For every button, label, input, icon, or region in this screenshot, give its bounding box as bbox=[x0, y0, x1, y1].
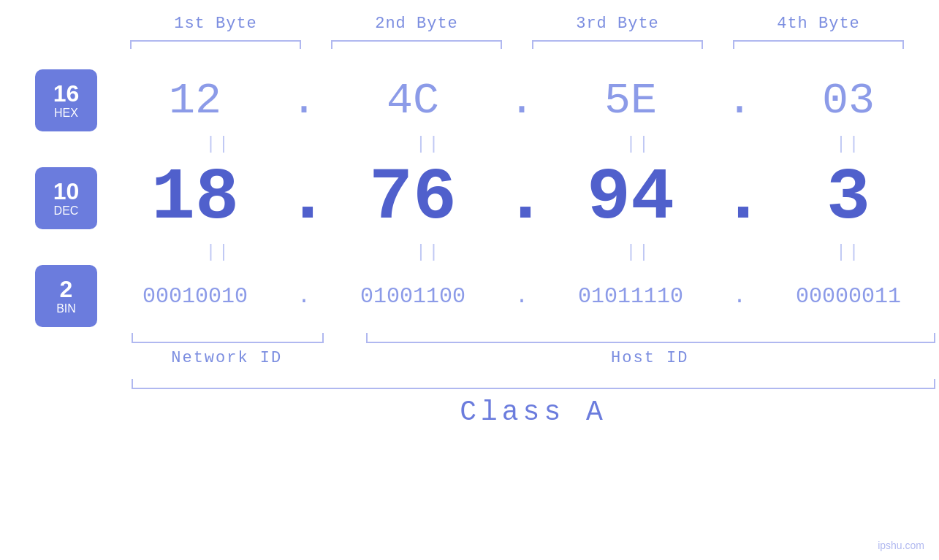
hex-dot-2: . bbox=[503, 76, 540, 126]
dec-byte1: 18 bbox=[104, 162, 286, 235]
bracket-top-3 bbox=[532, 40, 703, 49]
eq1-b4: || bbox=[762, 134, 936, 154]
class-a-label: Class A bbox=[132, 396, 935, 428]
hex-val-1: 12 bbox=[169, 76, 221, 126]
byte2-header: 2nd Byte bbox=[316, 15, 517, 33]
hex-byte1: 12 bbox=[104, 79, 286, 123]
eq1-b1: || bbox=[132, 134, 305, 154]
dec-byte4: 3 bbox=[758, 162, 939, 235]
dec-row: 10 DEC 18 . 76 . 94 . 3 bbox=[0, 157, 939, 239]
hex-dot-1: . bbox=[286, 76, 322, 126]
dec-val-3: 94 bbox=[587, 157, 674, 239]
bin-dot-3: . bbox=[721, 284, 758, 309]
bracket-gap bbox=[324, 333, 366, 343]
eq2-b3: || bbox=[552, 242, 726, 262]
eq1-d3 bbox=[726, 134, 762, 154]
eq2-b4: || bbox=[762, 242, 936, 262]
top-brackets bbox=[115, 40, 919, 55]
bin-val-3: 01011110 bbox=[578, 284, 683, 309]
dec-val-1: 18 bbox=[151, 157, 239, 239]
bin-byte2: 01001100 bbox=[322, 285, 503, 307]
dec-dot-2: . bbox=[503, 157, 540, 239]
bin-val-2: 01001100 bbox=[360, 284, 465, 309]
hex-byte3: 5E bbox=[540, 79, 721, 123]
bracket-1 bbox=[115, 40, 316, 55]
byte3-header: 3rd Byte bbox=[517, 15, 718, 33]
dec-byte2: 76 bbox=[322, 162, 503, 235]
bin-badge-number: 2 bbox=[60, 277, 73, 301]
eq2-b1: || bbox=[132, 242, 305, 262]
eq2-b2: || bbox=[342, 242, 516, 262]
bin-row: 2 BIN 00010010 . 01001100 . 01011110 . bbox=[0, 265, 939, 327]
network-id-label: Network ID bbox=[132, 349, 322, 367]
bin-byte1: 00010010 bbox=[104, 285, 286, 307]
network-id-bracket bbox=[132, 333, 324, 343]
bracket-top-2 bbox=[331, 40, 502, 49]
host-id-label: Host ID bbox=[365, 349, 936, 367]
bin-badge-label: BIN bbox=[56, 302, 76, 315]
class-a-section: Class A bbox=[132, 379, 935, 428]
hex-dot-3: . bbox=[721, 76, 758, 126]
main-container: 1st Byte 2nd Byte 3rd Byte 4th Byte 16 H… bbox=[0, 0, 939, 560]
bracket-3 bbox=[517, 40, 718, 55]
bin-val-4: 00000011 bbox=[796, 284, 901, 309]
eq2-d1 bbox=[305, 242, 342, 262]
hex-values: 12 . 4C . 5E . 03 bbox=[104, 76, 939, 126]
hex-val-4: 03 bbox=[822, 76, 875, 126]
bracket-4 bbox=[718, 40, 919, 55]
bracket-top-1 bbox=[130, 40, 301, 49]
byte4-header: 4th Byte bbox=[718, 15, 919, 33]
dec-dot-3: . bbox=[721, 157, 758, 239]
eq1-d2 bbox=[515, 134, 552, 154]
bin-val-1: 00010010 bbox=[142, 284, 248, 309]
dec-dot-1: . bbox=[286, 157, 322, 239]
eq2-d2 bbox=[515, 242, 552, 262]
hex-byte4: 03 bbox=[758, 79, 939, 123]
dec-val-4: 3 bbox=[826, 157, 870, 239]
hex-badge-number: 16 bbox=[53, 82, 80, 105]
id-labels-row: Network ID Host ID bbox=[132, 349, 935, 367]
dec-byte3: 94 bbox=[540, 162, 721, 235]
label-gap bbox=[322, 349, 365, 367]
equals-row-2: || || || || bbox=[132, 242, 935, 262]
hex-byte2: 4C bbox=[322, 79, 503, 123]
dec-values: 18 . 76 . 94 . 3 bbox=[104, 157, 939, 239]
dec-val-2: 76 bbox=[369, 157, 457, 239]
hex-row: 16 HEX 12 . 4C . 5E . 03 bbox=[0, 69, 939, 131]
hex-val-3: 5E bbox=[604, 76, 657, 126]
eq2-d3 bbox=[726, 242, 762, 262]
hex-val-2: 4C bbox=[387, 76, 439, 126]
bottom-id-section: Network ID Host ID bbox=[132, 333, 935, 367]
bin-dot-1: . bbox=[286, 284, 322, 309]
bottom-brackets bbox=[132, 333, 935, 343]
watermark: ipshu.com bbox=[878, 540, 924, 551]
class-a-bracket bbox=[132, 379, 935, 389]
hex-badge: 16 HEX bbox=[35, 69, 97, 131]
dec-badge: 10 DEC bbox=[35, 167, 97, 229]
equals-row-1: || || || || bbox=[132, 134, 935, 154]
byte-headers: 1st Byte 2nd Byte 3rd Byte 4th Byte bbox=[115, 15, 919, 33]
bracket-top-4 bbox=[733, 40, 904, 49]
hex-badge-label: HEX bbox=[54, 107, 78, 120]
dec-badge-label: DEC bbox=[54, 204, 79, 218]
eq1-b3: || bbox=[552, 134, 726, 154]
bin-byte4: 00000011 bbox=[758, 285, 939, 307]
bin-dot-2: . bbox=[503, 284, 540, 309]
eq1-b2: || bbox=[342, 134, 516, 154]
bracket-2 bbox=[316, 40, 517, 55]
bin-badge: 2 BIN bbox=[35, 265, 97, 327]
bin-values: 00010010 . 01001100 . 01011110 . 0000001… bbox=[104, 284, 939, 309]
host-id-bracket bbox=[366, 333, 936, 343]
dec-badge-number: 10 bbox=[53, 180, 80, 203]
eq1-d1 bbox=[305, 134, 342, 154]
byte1-header: 1st Byte bbox=[115, 15, 316, 33]
bin-byte3: 01011110 bbox=[540, 285, 721, 307]
